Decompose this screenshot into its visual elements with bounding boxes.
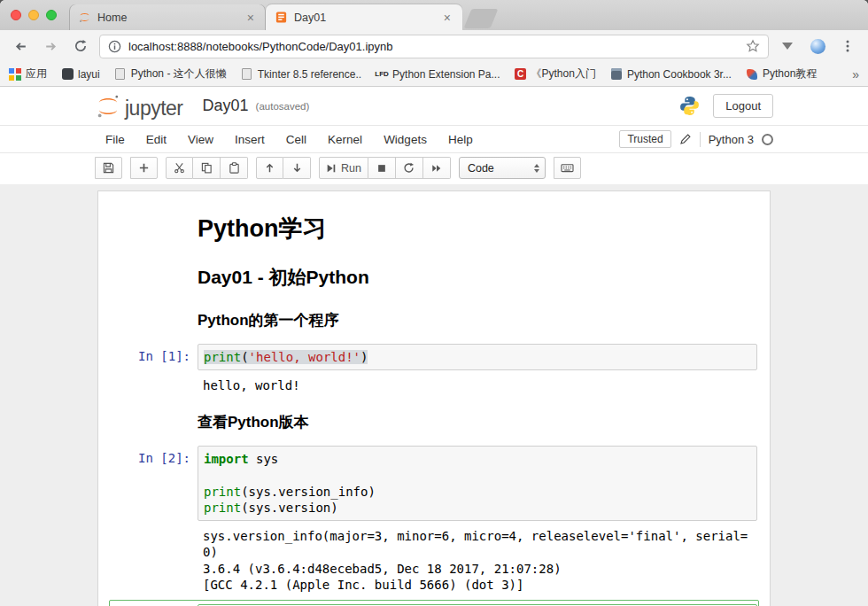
- code-editor[interactable]: print('hello, world!'): [198, 344, 757, 370]
- restart-run-all-button[interactable]: [423, 157, 451, 179]
- markdown-heading: Python的第一个程序: [198, 310, 757, 330]
- browser-navbar: localhost:8888/notebooks/PythonCode/Day0…: [0, 30, 868, 62]
- tab-day01[interactable]: Day01 ×: [266, 4, 462, 30]
- bookmarks-overflow-chevron[interactable]: »: [852, 67, 859, 82]
- markdown-heading: 查看Python版本: [198, 412, 757, 432]
- trusted-badge[interactable]: Trusted: [619, 130, 670, 148]
- bookmark-python-blog[interactable]: Python - 这个人很懒: [114, 66, 227, 82]
- site-info-icon[interactable]: [108, 40, 121, 53]
- bookmark-python-cookbook[interactable]: Python Cookbook 3r...: [610, 68, 732, 81]
- tab-close-icon[interactable]: ×: [244, 11, 257, 25]
- code-editor[interactable]: import sys print(sys.version_info)print(…: [198, 446, 757, 521]
- code-cell[interactable]: In [1]:print('hello, world!')hello, worl…: [109, 339, 759, 400]
- run-cell-button[interactable]: Run: [319, 157, 368, 179]
- bookmark-python-tutorial[interactable]: Python教程: [746, 66, 817, 82]
- menu-cell[interactable]: Cell: [275, 133, 317, 146]
- code-cell[interactable]: In [2]:import sys print(sys.version_info…: [109, 441, 759, 600]
- book-favicon-icon: [610, 68, 623, 81]
- browser-titlebar: Home × Day01 ×: [0, 0, 868, 30]
- tab-title: Day01: [294, 12, 435, 24]
- chrome-menu-icon[interactable]: [836, 35, 859, 58]
- kernel-status-icon: [762, 134, 773, 145]
- move-cell-up-button[interactable]: [256, 157, 283, 179]
- jupyter-logo-icon: [95, 94, 121, 119]
- jupyter-header: jupyter Day01 (autosaved) Logout: [0, 87, 868, 125]
- menu-file[interactable]: File: [95, 133, 136, 146]
- interrupt-kernel-button[interactable]: [368, 157, 396, 179]
- address-bar[interactable]: localhost:8888/notebooks/PythonCode/Day0…: [99, 35, 769, 58]
- save-button[interactable]: [95, 157, 122, 179]
- bookmark-layui[interactable]: layui: [61, 68, 100, 81]
- jupyter-logo[interactable]: jupyter: [95, 94, 183, 119]
- browser-window: Home × Day01 ×: [0, 0, 868, 606]
- cell-type-dropdown[interactable]: Code: [459, 157, 546, 179]
- back-button[interactable]: [9, 35, 32, 58]
- input-prompt: In [2]:: [111, 446, 198, 595]
- dropdown-arrows-icon: [534, 164, 539, 173]
- menu-help[interactable]: Help: [438, 133, 484, 146]
- markdown-cell[interactable]: Python学习: [109, 200, 759, 253]
- layui-favicon-icon: [61, 68, 74, 81]
- extension-globe-icon[interactable]: [806, 35, 829, 58]
- lfd-favicon-icon: LFD: [376, 68, 388, 81]
- markdown-heading: Day01 - 初始Python: [198, 265, 757, 290]
- minimize-window-button[interactable]: [28, 10, 39, 20]
- markdown-heading: Python学习: [198, 213, 757, 245]
- notebook-title[interactable]: Day01: [203, 97, 249, 115]
- apps-grid-icon: [9, 68, 21, 81]
- copy-cell-button[interactable]: [193, 157, 221, 179]
- menu-edit[interactable]: Edit: [136, 133, 177, 146]
- tab-close-icon[interactable]: ×: [441, 11, 453, 25]
- autosave-status: (autosaved): [256, 101, 310, 112]
- page-favicon-icon: [241, 68, 253, 81]
- tab-strip: Home × Day01 ×: [69, 0, 494, 30]
- download-indicator-icon[interactable]: [776, 35, 799, 58]
- cell-output: hello, world!: [198, 370, 757, 396]
- notebook-body: Python学习Day01 - 初始PythonPython的第一个程序In […: [0, 184, 868, 606]
- markdown-cell[interactable]: Day01 - 初始Python: [109, 253, 759, 299]
- menu-view[interactable]: View: [177, 133, 224, 146]
- close-window-button[interactable]: [11, 10, 21, 20]
- markdown-cell[interactable]: Python的第一个程序: [109, 299, 759, 339]
- restart-kernel-button[interactable]: [396, 157, 423, 179]
- bookmark-python-intro[interactable]: C 《Python入门: [515, 66, 596, 82]
- bookmarks-bar: 应用 layui Python - 这个人很懒 Tkinter 8.5 refe…: [0, 62, 868, 87]
- notebook-favicon-icon: [275, 11, 288, 24]
- bookmark-star-icon[interactable]: [746, 39, 760, 53]
- cut-cell-button[interactable]: [166, 157, 193, 179]
- feather-favicon-icon: [746, 68, 758, 81]
- jupyter-favicon-icon: [78, 11, 91, 24]
- bookmark-python-extension[interactable]: LFD Python Extension Pa...: [376, 68, 500, 81]
- edit-mode-pencil-icon: [679, 133, 692, 145]
- kernel-name[interactable]: Python 3: [709, 133, 754, 146]
- input-prompt: In [1]:: [111, 344, 198, 396]
- code-cell[interactable]: In [ ]:: [109, 600, 759, 606]
- cell-output: sys.version_info(major=3, minor=6, micro…: [198, 521, 757, 595]
- url-text[interactable]: localhost:8888/notebooks/PythonCode/Day0…: [128, 40, 739, 53]
- input-prompt: [111, 258, 198, 294]
- forward-button[interactable]: [39, 35, 62, 58]
- input-prompt: [111, 405, 198, 437]
- menu-widgets[interactable]: Widgets: [373, 133, 438, 146]
- page-favicon-icon: [114, 68, 127, 81]
- command-palette-button[interactable]: [554, 157, 581, 179]
- zoom-window-button[interactable]: [46, 10, 57, 20]
- input-prompt: [111, 205, 198, 249]
- logout-button[interactable]: Logout: [713, 94, 773, 118]
- menu-kernel[interactable]: Kernel: [317, 133, 373, 146]
- divider: [700, 132, 701, 147]
- bookmark-apps[interactable]: 应用: [9, 66, 47, 82]
- new-tab-button[interactable]: [464, 9, 499, 28]
- tab-home[interactable]: Home ×: [69, 4, 266, 30]
- c-site-favicon-icon: C: [515, 68, 527, 81]
- paste-cell-button[interactable]: [221, 157, 248, 179]
- tab-title: Home: [97, 12, 238, 24]
- menu-insert[interactable]: Insert: [224, 133, 275, 146]
- bookmark-tkinter-reference[interactable]: Tkinter 8.5 reference..: [241, 68, 361, 81]
- move-cell-down-button[interactable]: [283, 157, 311, 179]
- notebook-menubar: File Edit View Insert Cell Kernel Widget…: [0, 125, 868, 153]
- add-cell-button[interactable]: [130, 157, 158, 179]
- markdown-cell[interactable]: 查看Python版本: [109, 400, 759, 441]
- refresh-button[interactable]: [69, 35, 92, 58]
- input-prompt: [111, 303, 198, 335]
